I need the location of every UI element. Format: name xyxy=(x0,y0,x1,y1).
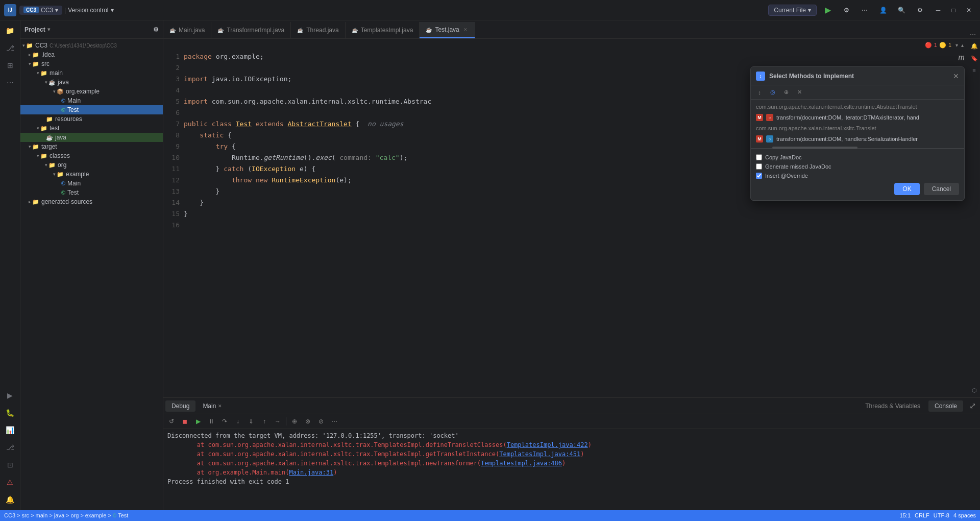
more-button[interactable]: ⋯ xyxy=(857,3,872,17)
bottom-tab-debug[interactable]: Debug xyxy=(165,400,195,412)
project-badge[interactable]: CC3 CC3 ▾ xyxy=(19,6,62,15)
maximize-panel-icon[interactable]: ⤢ xyxy=(969,401,976,411)
tree-item-test-folder[interactable]: ▾ 📁 test xyxy=(20,124,163,133)
expand-gutter-icon[interactable]: ▾ xyxy=(955,42,958,48)
breadcrumb-cc3[interactable]: CC3 xyxy=(4,512,15,518)
link-templatesimpl-486[interactable]: TemplatesImpl.java:486 xyxy=(481,460,562,467)
current-file-selector[interactable]: Current File ▾ xyxy=(768,5,817,16)
dialog-ok-button[interactable]: OK xyxy=(894,183,919,195)
restart-debugger-button[interactable]: ↺ xyxy=(165,415,178,428)
stop-button[interactable]: ◼ xyxy=(179,415,191,428)
sidebar-item-problems[interactable]: ⚠ xyxy=(2,474,18,490)
sidebar-item-debug[interactable]: 🐛 xyxy=(2,405,18,421)
tab-more-button[interactable]: ⋯ xyxy=(966,31,980,38)
status-line-ending[interactable]: CRLF xyxy=(915,512,929,518)
gear-button[interactable]: ⚙ xyxy=(913,3,927,17)
tree-item-org-example[interactable]: ▾ 📦 org.example xyxy=(20,87,163,96)
step-over-button[interactable]: ↷ xyxy=(218,415,231,428)
evaluate-button[interactable]: ⊕ xyxy=(288,415,301,428)
resume-button[interactable]: ▶ xyxy=(192,415,204,428)
dialog-list-item-1[interactable]: M ○ transform(document:DOM, iterator:DTM… xyxy=(751,112,964,123)
more-debug-button[interactable]: ⋯ xyxy=(328,415,340,428)
tree-item-main-java[interactable]: © Main xyxy=(20,96,163,105)
tree-item-resources[interactable]: 📁 resources xyxy=(20,114,163,124)
sidebar-item-run[interactable]: ▶ xyxy=(2,387,18,404)
dialog-close-button[interactable]: ✕ xyxy=(953,72,959,80)
tree-item-cc3[interactable]: ▾ 📁 CC3 C:\Users\14341\Desktop\CC3 xyxy=(20,41,163,50)
dialog-scrollbar[interactable] xyxy=(751,147,964,149)
link-main-31[interactable]: Main.java:31 xyxy=(289,469,333,476)
dialog-list-item-2[interactable]: M ○ transform(document:DOM, handlers:Ser… xyxy=(751,133,964,145)
tab-templatesimpl-java[interactable]: ☕ TemplatesImpl.java xyxy=(346,22,420,38)
tree-item-target[interactable]: ▾ 📁 target xyxy=(20,142,163,151)
minimize-button[interactable]: ─ xyxy=(931,3,945,17)
breadcrumb-org[interactable]: org xyxy=(70,512,79,518)
dialog-sort-button[interactable]: ↕ xyxy=(754,87,765,98)
bottom-tab-main[interactable]: Main ✕ xyxy=(198,400,227,412)
tree-item-main-class[interactable]: © Main xyxy=(20,179,163,188)
dialog-expand-button[interactable]: ⊕ xyxy=(780,87,792,98)
search-button[interactable]: 🔍 xyxy=(894,3,909,17)
tab-thread-java[interactable]: ☕ Thread.java xyxy=(291,22,345,38)
pause-button[interactable]: ⏸ xyxy=(205,415,217,428)
tree-item-generated-sources[interactable]: ▸ 📁 generated-sources xyxy=(20,197,163,206)
user-button[interactable]: 👤 xyxy=(876,3,890,17)
status-position[interactable]: 15:1 xyxy=(900,512,911,518)
sidebar-item-notifications[interactable]: 🔔 xyxy=(2,491,18,508)
tree-item-test-java-folder[interactable]: ☕ java xyxy=(20,133,163,142)
tree-item-idea[interactable]: ▸ 📁 .idea xyxy=(20,50,163,59)
tree-item-org[interactable]: ▾ 📁 org xyxy=(20,160,163,170)
tree-item-example[interactable]: ▾ 📁 example xyxy=(20,170,163,179)
close-button[interactable]: ✕ xyxy=(962,3,976,17)
notifications-panel-icon[interactable]: 🔔 xyxy=(969,41,979,51)
breadcrumb-test[interactable]: © Test xyxy=(113,512,129,518)
settings-button[interactable]: ⚙ xyxy=(839,3,853,17)
breadcrumb-example[interactable]: example xyxy=(85,512,107,518)
dialog-cancel-button[interactable]: Cancel xyxy=(924,183,959,195)
collapse-gutter-icon[interactable]: ▴ xyxy=(961,42,964,48)
version-control-btn[interactable]: Version control ▾ xyxy=(68,7,113,14)
tree-item-main-folder[interactable]: ▾ 📁 main xyxy=(20,68,163,78)
force-step-into-button[interactable]: ⇓ xyxy=(245,415,257,428)
project-settings-icon[interactable]: ⚙ xyxy=(153,26,159,33)
tree-item-test-java[interactable]: © Test xyxy=(20,105,163,114)
bottom-tab-console[interactable]: Console xyxy=(928,400,963,412)
tab-test-java[interactable]: ☕ Test.java ✕ xyxy=(420,22,475,38)
mute-breakpoints-button[interactable]: ⊘ xyxy=(315,415,327,428)
breadcrumb-icon[interactable]: ⬡ xyxy=(969,385,979,395)
tree-item-test-class[interactable]: © Test xyxy=(20,188,163,197)
insert-override-checkbox[interactable] xyxy=(756,173,762,179)
sidebar-item-profiler[interactable]: 📊 xyxy=(2,422,18,438)
breakpoints-button[interactable]: ⊗ xyxy=(302,415,314,428)
status-encoding[interactable]: UTF-8 xyxy=(934,512,949,518)
bottom-tab-main-close[interactable]: ✕ xyxy=(218,404,222,409)
bottom-content[interactable]: Disconnected from the target VM, address… xyxy=(163,429,980,510)
bottom-tab-threads[interactable]: Threads & Variables xyxy=(859,400,926,412)
step-into-button[interactable]: ↓ xyxy=(232,415,244,428)
link-templatesimpl-451[interactable]: TemplatesImpl.java:451 xyxy=(499,451,580,458)
tab-transformerimpl-java[interactable]: ☕ TransformerImpl.java xyxy=(211,22,291,38)
bookmarks-icon[interactable]: 🔖 xyxy=(969,53,979,63)
run-button[interactable]: ▶ xyxy=(821,3,835,17)
project-dropdown-arrow[interactable]: ▾ xyxy=(47,27,50,32)
breadcrumb-main[interactable]: main xyxy=(36,512,48,518)
sidebar-item-project[interactable]: 📁 xyxy=(2,22,18,39)
sidebar-item-more[interactable]: ⋯ xyxy=(2,75,18,91)
tree-item-classes[interactable]: ▾ 📁 classes xyxy=(20,151,163,160)
sidebar-item-plugins[interactable]: ⊞ xyxy=(2,57,18,74)
step-out-button[interactable]: ↑ xyxy=(258,415,271,428)
status-indent[interactable]: 4 spaces xyxy=(953,512,976,518)
link-templatesimpl-422[interactable]: TemplatesImpl.java:422 xyxy=(507,441,588,448)
tree-item-java-folder[interactable]: ▾ ☕ java xyxy=(20,78,163,87)
sidebar-item-commit[interactable]: ⎇ xyxy=(2,40,18,56)
breadcrumb-java[interactable]: java xyxy=(54,512,64,518)
restore-button[interactable]: □ xyxy=(946,3,961,17)
run-to-cursor-button[interactable]: → xyxy=(272,415,284,428)
tree-item-src[interactable]: ▾ 📁 src xyxy=(20,59,163,68)
generate-missed-checkbox[interactable] xyxy=(756,163,762,170)
tab-main-java[interactable]: ☕ Main.java xyxy=(163,22,211,38)
dialog-target-button[interactable]: ◎ xyxy=(767,87,778,98)
dialog-toolbar-close-button[interactable]: ✕ xyxy=(794,87,805,98)
breadcrumb-src[interactable]: src xyxy=(21,512,29,518)
sidebar-item-terminal[interactable]: ⊡ xyxy=(2,457,18,473)
